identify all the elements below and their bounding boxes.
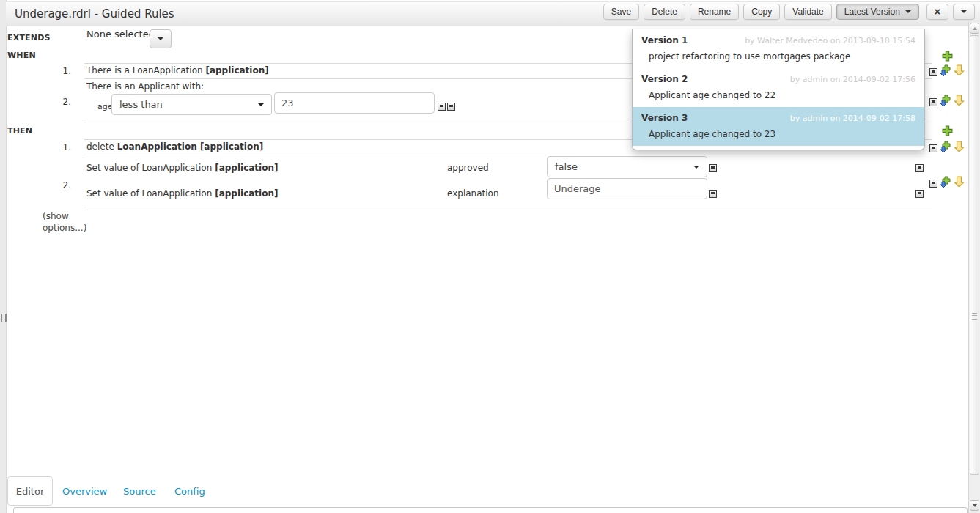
version-selector-button[interactable]: Latest Version <box>836 4 919 20</box>
toolbar: Save Delete Rename Copy Validate Latest … <box>603 4 975 20</box>
when-label: WHEN <box>7 51 36 60</box>
version-history-popup: Version 1 by Walter Medvedeo on 2013-09-… <box>632 29 925 150</box>
version-head: Version 3 by admin on 2014-09-02 17:58 <box>641 113 915 123</box>
then-label: THEN <box>7 126 32 136</box>
show-options-link[interactable]: (show options...) <box>43 210 89 234</box>
scroll-up-button[interactable] <box>970 23 979 34</box>
then-set1-action[interactable]: Set value of LoanApplication [applicatio… <box>86 163 278 173</box>
when-row2-header[interactable]: There is an Applicant with: <box>86 81 204 92</box>
approved-value: false <box>555 161 578 172</box>
panel-splitter[interactable] <box>0 0 7 513</box>
add-row-below-icon[interactable] <box>940 141 951 155</box>
extends-value: None selected <box>86 29 155 40</box>
extends-label: EXTENDS <box>7 33 51 43</box>
when-row2-controls <box>929 95 965 109</box>
add-action-icon[interactable] <box>942 125 953 139</box>
lower-panel-edge <box>13 507 968 513</box>
version-head: Version 1 by Walter Medvedeo on 2013-09-… <box>641 35 915 45</box>
line-remove-button[interactable] <box>915 164 924 172</box>
version-item[interactable]: Version 1 by Walter Medvedeo on 2013-09-… <box>633 29 924 68</box>
divider <box>84 155 932 155</box>
remove-row-button[interactable] <box>929 144 937 152</box>
version-name: Version 2 <box>641 74 688 84</box>
when-row1-binding: [application] <box>205 65 268 75</box>
version-selector-label: Latest Version <box>844 7 900 17</box>
caret-down-icon <box>158 37 163 40</box>
save-button[interactable]: Save <box>603 4 639 20</box>
then-set1-text: Set value of LoanApplication <box>86 163 215 173</box>
guided-rules-editor: Underage.rdrl - Guided Rules Save Delete… <box>0 0 980 513</box>
age-operator-value: less than <box>119 99 163 110</box>
remove-row-button[interactable] <box>929 180 937 188</box>
approved-value-select[interactable]: false <box>547 156 707 177</box>
version-item[interactable]: Version 2 by admin on 2014-09-02 17:56 A… <box>633 68 924 107</box>
caret-down-icon <box>693 166 699 169</box>
delete-button[interactable]: Delete <box>644 4 685 20</box>
arrow-up-icon <box>973 27 977 30</box>
scrollbar-grip-icon <box>972 313 977 320</box>
version-item-selected[interactable]: Version 3 by admin on 2014-09-02 17:58 A… <box>633 107 924 146</box>
then-row1-action[interactable]: delete LoanApplication [application] <box>86 141 263 152</box>
when-row1-pattern[interactable]: There is a LoanApplication [application] <box>86 65 269 75</box>
close-icon: × <box>935 7 940 17</box>
field-remove-button[interactable] <box>447 103 455 111</box>
when-row1-controls <box>929 64 965 79</box>
then-set2-text: Set value of LoanApplication <box>86 188 215 199</box>
add-row-below-icon[interactable] <box>940 176 951 191</box>
tab-editor[interactable]: Editor <box>7 476 53 506</box>
age-field-label[interactable]: age <box>97 102 113 111</box>
scrollbar-thumb[interactable] <box>970 35 979 475</box>
version-comment: Applicant age changed to 23 <box>641 123 915 146</box>
when-row1-number: 1. <box>55 66 71 76</box>
explanation-field-label: explanation <box>447 188 499 199</box>
scroll-down-button[interactable] <box>970 500 979 511</box>
add-condition-icon[interactable] <box>942 51 953 64</box>
connective-add-button[interactable] <box>438 103 446 111</box>
move-down-icon[interactable] <box>954 141 965 155</box>
when-row1-text: There is a LoanApplication <box>86 65 205 75</box>
then-row1-controls <box>929 141 965 155</box>
then-row1-number: 1. <box>55 142 71 152</box>
approved-field-label: approved <box>447 163 489 173</box>
extends-dropdown-button[interactable] <box>150 29 172 48</box>
splitter-grip-icon <box>1 314 7 322</box>
then-row2-controls <box>929 176 965 191</box>
version-meta: by Walter Medvedeo on 2013-09-18 15:54 <box>745 36 915 45</box>
version-name: Version 1 <box>641 35 688 45</box>
field-remove-button[interactable] <box>709 190 717 198</box>
caret-down-icon <box>258 103 264 106</box>
remove-row-button[interactable] <box>929 98 937 106</box>
arrow-down-icon <box>973 504 977 507</box>
remove-row-button[interactable] <box>929 68 937 76</box>
divider <box>84 207 932 207</box>
tab-overview[interactable]: Overview <box>62 486 107 497</box>
then-row1-binding: LoanApplication [application] <box>117 141 264 152</box>
age-operator-select[interactable]: less than <box>111 94 272 115</box>
move-down-icon[interactable] <box>954 95 965 109</box>
then-set2-action[interactable]: Set value of LoanApplication [applicatio… <box>86 188 278 199</box>
copy-button[interactable]: Copy <box>743 4 780 20</box>
then-row2-number: 2. <box>55 180 71 191</box>
version-meta: by admin on 2014-09-02 17:58 <box>790 114 915 123</box>
version-head: Version 2 by admin on 2014-09-02 17:56 <box>641 74 915 84</box>
rename-button[interactable]: Rename <box>690 4 739 20</box>
line-remove-button[interactable] <box>915 190 924 198</box>
caret-down-icon <box>905 10 911 13</box>
version-name: Version 3 <box>641 113 688 123</box>
move-down-icon[interactable] <box>954 176 965 191</box>
tab-source[interactable]: Source <box>123 486 156 497</box>
page-title: Underage.rdrl - Guided Rules <box>15 7 174 21</box>
age-value-input[interactable] <box>274 92 435 114</box>
validate-button[interactable]: Validate <box>784 4 831 20</box>
then-row1-text: delete <box>86 141 117 152</box>
then-set1-binding: [application] <box>215 163 278 173</box>
tab-config[interactable]: Config <box>174 486 205 497</box>
add-row-below-icon[interactable] <box>940 95 951 109</box>
field-remove-button[interactable] <box>709 164 717 172</box>
add-row-below-icon[interactable] <box>940 64 951 79</box>
explanation-value-input[interactable] <box>547 178 707 199</box>
close-button[interactable]: × <box>926 4 948 20</box>
vertical-scrollbar[interactable] <box>968 22 980 513</box>
move-down-icon[interactable] <box>954 64 965 79</box>
panel-menu-button[interactable] <box>953 4 975 20</box>
